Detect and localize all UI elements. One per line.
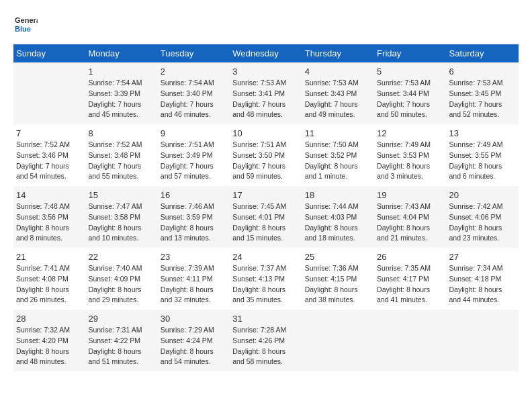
calendar-cell: 8Sunrise: 7:52 AMSunset: 3:48 PMDaylight…	[85, 124, 157, 186]
calendar-cell: 23Sunrise: 7:39 AMSunset: 4:11 PMDayligh…	[158, 248, 230, 310]
day-number: 8	[88, 128, 154, 138]
calendar-table: SundayMondayTuesdayWednesdayThursdayFrid…	[13, 44, 519, 371]
day-info: Sunrise: 7:53 AMSunset: 3:43 PMDaylight:…	[305, 78, 371, 120]
day-info: Sunrise: 7:53 AMSunset: 3:41 PMDaylight:…	[232, 78, 299, 120]
col-header-sunday: Sunday	[13, 44, 85, 62]
calendar-cell: 24Sunrise: 7:37 AMSunset: 4:13 PMDayligh…	[230, 248, 302, 310]
day-number: 22	[88, 252, 154, 262]
week-row-1: 1Sunrise: 7:54 AMSunset: 3:39 PMDaylight…	[13, 62, 519, 124]
day-info: Sunrise: 7:54 AMSunset: 3:39 PMDaylight:…	[88, 78, 154, 120]
day-number: 12	[377, 128, 443, 138]
calendar-cell: 17Sunrise: 7:45 AMSunset: 4:01 PMDayligh…	[230, 186, 302, 248]
calendar-cell	[374, 310, 446, 371]
svg-text:Blue: Blue	[15, 25, 31, 33]
calendar-cell: 19Sunrise: 7:43 AMSunset: 4:04 PMDayligh…	[374, 186, 446, 248]
calendar-cell	[13, 62, 85, 124]
day-info: Sunrise: 7:29 AMSunset: 4:24 PMDaylight:…	[161, 325, 227, 367]
calendar-cell: 22Sunrise: 7:40 AMSunset: 4:09 PMDayligh…	[85, 248, 157, 310]
calendar-cell: 31Sunrise: 7:28 AMSunset: 4:26 PMDayligh…	[230, 310, 302, 371]
day-number: 31	[232, 314, 299, 324]
day-info: Sunrise: 7:52 AMSunset: 3:48 PMDaylight:…	[88, 140, 154, 182]
day-info: Sunrise: 7:49 AMSunset: 3:53 PMDaylight:…	[377, 140, 443, 182]
day-info: Sunrise: 7:48 AMSunset: 3:56 PMDaylight:…	[16, 201, 83, 244]
day-number: 30	[161, 314, 227, 324]
calendar-cell: 20Sunrise: 7:42 AMSunset: 4:06 PMDayligh…	[447, 186, 519, 248]
calendar-cell: 10Sunrise: 7:51 AMSunset: 3:50 PMDayligh…	[230, 124, 302, 186]
calendar-cell: 4Sunrise: 7:53 AMSunset: 3:43 PMDaylight…	[302, 62, 374, 124]
day-number: 23	[161, 252, 227, 262]
day-number: 19	[377, 190, 443, 200]
day-info: Sunrise: 7:51 AMSunset: 3:50 PMDaylight:…	[232, 140, 299, 182]
day-info: Sunrise: 7:49 AMSunset: 3:55 PMDaylight:…	[449, 140, 516, 182]
day-info: Sunrise: 7:41 AMSunset: 4:08 PMDaylight:…	[16, 263, 83, 306]
calendar-cell: 29Sunrise: 7:31 AMSunset: 4:22 PMDayligh…	[85, 310, 157, 371]
day-info: Sunrise: 7:37 AMSunset: 4:13 PMDaylight:…	[232, 263, 299, 306]
calendar-cell: 21Sunrise: 7:41 AMSunset: 4:08 PMDayligh…	[13, 248, 85, 310]
day-number: 9	[161, 128, 227, 138]
day-number: 21	[16, 252, 83, 262]
week-row-2: 7Sunrise: 7:52 AMSunset: 3:46 PMDaylight…	[13, 124, 519, 186]
day-info: Sunrise: 7:50 AMSunset: 3:52 PMDaylight:…	[305, 140, 371, 182]
col-header-thursday: Thursday	[302, 44, 374, 62]
day-number: 3	[232, 66, 299, 77]
day-info: Sunrise: 7:43 AMSunset: 4:04 PMDaylight:…	[377, 201, 443, 244]
calendar-cell: 15Sunrise: 7:47 AMSunset: 3:58 PMDayligh…	[85, 186, 157, 248]
col-header-saturday: Saturday	[447, 44, 519, 62]
calendar-cell: 1Sunrise: 7:54 AMSunset: 3:39 PMDaylight…	[85, 62, 157, 124]
day-number: 5	[377, 66, 443, 77]
day-number: 24	[232, 252, 299, 262]
day-info: Sunrise: 7:39 AMSunset: 4:11 PMDaylight:…	[161, 263, 227, 306]
day-info: Sunrise: 7:31 AMSunset: 4:22 PMDaylight:…	[88, 325, 154, 367]
calendar-cell	[447, 310, 519, 371]
logo-svg: General Blue	[13, 13, 38, 38]
calendar-cell: 5Sunrise: 7:53 AMSunset: 3:44 PMDaylight…	[374, 62, 446, 124]
calendar-header-row: SundayMondayTuesdayWednesdayThursdayFrid…	[13, 44, 519, 62]
day-info: Sunrise: 7:47 AMSunset: 3:58 PMDaylight:…	[88, 201, 154, 244]
day-number: 17	[232, 190, 299, 200]
day-number: 29	[88, 314, 154, 324]
day-number: 10	[232, 128, 299, 138]
day-info: Sunrise: 7:36 AMSunset: 4:15 PMDaylight:…	[305, 263, 371, 306]
calendar-cell: 2Sunrise: 7:54 AMSunset: 3:40 PMDaylight…	[158, 62, 230, 124]
calendar-cell: 11Sunrise: 7:50 AMSunset: 3:52 PMDayligh…	[302, 124, 374, 186]
day-number: 4	[305, 66, 371, 77]
calendar-cell: 27Sunrise: 7:34 AMSunset: 4:18 PMDayligh…	[447, 248, 519, 310]
day-info: Sunrise: 7:42 AMSunset: 4:06 PMDaylight:…	[449, 201, 516, 244]
day-number: 14	[16, 190, 83, 200]
day-number: 6	[449, 66, 516, 77]
calendar-cell	[302, 310, 374, 371]
calendar-cell: 28Sunrise: 7:32 AMSunset: 4:20 PMDayligh…	[13, 310, 85, 371]
day-info: Sunrise: 7:54 AMSunset: 3:40 PMDaylight:…	[161, 78, 227, 120]
day-number: 20	[449, 190, 516, 200]
calendar-cell: 16Sunrise: 7:46 AMSunset: 3:59 PMDayligh…	[158, 186, 230, 248]
calendar-cell: 14Sunrise: 7:48 AMSunset: 3:56 PMDayligh…	[13, 186, 85, 248]
day-info: Sunrise: 7:45 AMSunset: 4:01 PMDaylight:…	[232, 201, 299, 244]
col-header-monday: Monday	[85, 44, 157, 62]
calendar-cell: 13Sunrise: 7:49 AMSunset: 3:55 PMDayligh…	[447, 124, 519, 186]
calendar-cell: 26Sunrise: 7:35 AMSunset: 4:17 PMDayligh…	[374, 248, 446, 310]
day-number: 28	[16, 314, 83, 324]
day-number: 7	[16, 128, 83, 138]
calendar-cell: 25Sunrise: 7:36 AMSunset: 4:15 PMDayligh…	[302, 248, 374, 310]
day-number: 1	[88, 66, 154, 77]
day-info: Sunrise: 7:35 AMSunset: 4:17 PMDaylight:…	[377, 263, 443, 306]
day-info: Sunrise: 7:28 AMSunset: 4:26 PMDaylight:…	[232, 325, 299, 367]
calendar-cell: 6Sunrise: 7:53 AMSunset: 3:45 PMDaylight…	[447, 62, 519, 124]
calendar-cell: 7Sunrise: 7:52 AMSunset: 3:46 PMDaylight…	[13, 124, 85, 186]
day-info: Sunrise: 7:32 AMSunset: 4:20 PMDaylight:…	[16, 325, 83, 367]
day-info: Sunrise: 7:46 AMSunset: 3:59 PMDaylight:…	[161, 201, 227, 244]
week-row-5: 28Sunrise: 7:32 AMSunset: 4:20 PMDayligh…	[13, 310, 519, 371]
logo: General Blue	[13, 13, 38, 38]
page-header: General Blue	[13, 13, 519, 38]
calendar-cell: 12Sunrise: 7:49 AMSunset: 3:53 PMDayligh…	[374, 124, 446, 186]
day-number: 25	[305, 252, 371, 262]
day-info: Sunrise: 7:53 AMSunset: 3:45 PMDaylight:…	[449, 78, 516, 120]
calendar-cell: 30Sunrise: 7:29 AMSunset: 4:24 PMDayligh…	[158, 310, 230, 371]
calendar-cell: 18Sunrise: 7:44 AMSunset: 4:03 PMDayligh…	[302, 186, 374, 248]
col-header-friday: Friday	[374, 44, 446, 62]
day-number: 13	[449, 128, 516, 138]
day-number: 27	[449, 252, 516, 262]
week-row-3: 14Sunrise: 7:48 AMSunset: 3:56 PMDayligh…	[13, 186, 519, 248]
day-info: Sunrise: 7:40 AMSunset: 4:09 PMDaylight:…	[88, 263, 154, 306]
day-info: Sunrise: 7:51 AMSunset: 3:49 PMDaylight:…	[161, 140, 227, 182]
